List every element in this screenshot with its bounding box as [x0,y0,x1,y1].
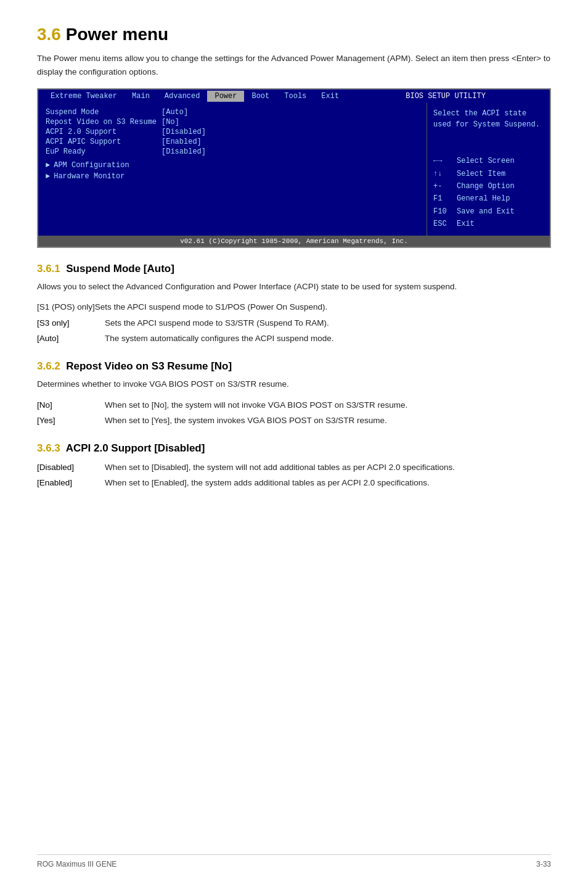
option-label-disabled: [Disabled] [37,460,105,476]
option-desc-s3: Sets the APCI suspend mode to S3/STR (Su… [105,315,551,331]
bios-nav-extreme-tweaker[interactable]: Extreme Tweaker [43,91,125,102]
bios-value-acpi-apic: [Enabled] [161,138,202,146]
section-title: 3.6 Power menu [37,25,551,44]
option-desc-enabled: When set to [Enabled], the system adds a… [105,475,551,491]
bios-nav-bar: Extreme Tweaker Main Advanced Power Boot… [38,89,550,103]
option-row-no: [No] When set to [No], the system will n… [37,397,551,413]
bios-menu-item-acpi20[interactable]: ACPI 2.0 Support [Disabled] [46,128,419,136]
bios-submenu-hardware[interactable]: ► Hardware Monitor [46,172,419,181]
key-row-esc: ESC Exit [433,218,544,230]
subsection-362-desc: Determines whether to invoke VGA BIOS PO… [37,377,551,391]
arrow-icon-apm: ► [46,161,50,170]
page-footer: ROG Maximus III GENE 3-33 [37,854,551,868]
option-row-s3: [S3 only] Sets the APCI suspend mode to … [37,315,551,331]
subsection-363: 3.6.3 ACPI 2.0 Support [Disabled] [37,442,551,455]
bios-label-repost-video: Repost Video on S3 Resume [46,118,157,126]
option-desc-yes: When set to [Yes], the system invokes VG… [105,413,551,429]
key-row-updown: ↑↓ Select Item [433,168,544,180]
bios-submenu-apm-label: APM Configuration [54,161,129,170]
bios-menu-item-suspend-mode[interactable]: Suspend Mode [Auto] [46,108,419,117]
bios-label-eup-ready: EuP Ready [46,147,157,156]
bios-nav-tools[interactable]: Tools [277,91,314,102]
bios-label-acpi20: ACPI 2.0 Support [46,128,157,136]
option-desc-no: When set to [No], the system will not in… [105,397,551,413]
bios-submenu-hardware-label: Hardware Monitor [54,172,125,181]
arrow-icon-hw: ► [46,172,50,181]
bios-footer: v02.61 (C)Copyright 1985-2009, American … [38,236,550,247]
option-desc-auto: The system automatically configures the … [105,331,551,347]
bios-nav-exit[interactable]: Exit [314,91,346,102]
bios-value-suspend-mode: [Auto] [161,108,188,117]
bios-menu-item-repost-video[interactable]: Repost Video on S3 Resume [No] [46,118,419,126]
option-table-362: [No] When set to [No], the system will n… [37,397,551,429]
bios-help-text: Select the ACPI state used for System Su… [433,108,544,130]
key-row-f10: F10 Save and Exit [433,205,544,218]
bios-key-help: ←→ Select Screen ↑↓ Select Item +- Chang… [433,155,544,230]
intro-text: The Power menu items allow you to change… [37,52,551,78]
footer-page: 3-33 [536,860,551,868]
footer-brand: ROG Maximus III GENE [37,860,116,868]
bios-submenu-apm[interactable]: ► APM Configuration [46,161,419,170]
subsection-362-title: 3.6.2 Repost Video on S3 Resume [No] [37,360,551,373]
bios-title: BIOS SETUP UTILITY [406,92,486,101]
bios-label-suspend-mode: Suspend Mode [46,108,157,117]
subsection-363-title: 3.6.3 ACPI 2.0 Support [Disabled] [37,442,551,455]
bios-value-acpi20: [Disabled] [161,128,206,136]
option-label-auto: [Auto] [37,331,105,347]
bios-nav-main[interactable]: Main [125,91,157,102]
option-label-yes: [Yes] [37,413,105,429]
key-row-arrows: ←→ Select Screen [433,155,544,167]
option-row-enabled: [Enabled] When set to [Enabled], the sys… [37,475,551,491]
bios-nav-advanced[interactable]: Advanced [157,91,208,102]
subsection-361: 3.6.1 Suspend Mode [Auto] [37,263,551,275]
bios-value-eup-ready: [Disabled] [161,147,206,156]
option-label-no: [No] [37,397,105,413]
bios-help-panel: Select the ACPI state used for System Su… [427,103,550,235]
option-row-s1: [S1 (POS) only]Sets the APCI suspend mod… [37,299,551,315]
option-label-enabled: [Enabled] [37,475,105,491]
bios-content-area: Suspend Mode [Auto] Repost Video on S3 R… [38,103,550,235]
bios-nav-power[interactable]: Power [207,91,244,102]
bios-nav-boot[interactable]: Boot [244,91,277,102]
subsection-362: 3.6.2 Repost Video on S3 Resume [No] [37,360,551,373]
option-label-s3: [S3 only] [37,315,105,331]
option-row-disabled: [Disabled] When set to [Disabled], the s… [37,460,551,476]
bios-value-repost-video: [No] [161,118,179,126]
bios-menu-item-eup-ready[interactable]: EuP Ready [Disabled] [46,147,419,156]
option-desc-disabled: When set to [Disabled], the system will … [105,460,551,476]
key-row-f1: F1 General Help [433,192,544,205]
option-s1-inline: [S1 (POS) only]Sets the APCI suspend mod… [37,299,551,315]
bios-ui-box: Extreme Tweaker Main Advanced Power Boot… [37,88,551,247]
option-row-yes: [Yes] When set to [Yes], the system invo… [37,413,551,429]
subsection-361-desc: Allows you to select the Advanced Config… [37,280,551,294]
option-row-auto: [Auto] The system automatically configur… [37,331,551,347]
subsection-361-title: 3.6.1 Suspend Mode [Auto] [37,263,551,275]
option-table-363: [Disabled] When set to [Disabled], the s… [37,460,551,491]
key-row-plusminus: +- Change Option [433,180,544,192]
bios-menu-list: Suspend Mode [Auto] Repost Video on S3 R… [38,103,427,235]
bios-menu-item-acpi-apic[interactable]: ACPI APIC Support [Enabled] [46,138,419,146]
bios-label-acpi-apic: ACPI APIC Support [46,138,157,146]
option-table-361: [S1 (POS) only]Sets the APCI suspend mod… [37,299,551,347]
